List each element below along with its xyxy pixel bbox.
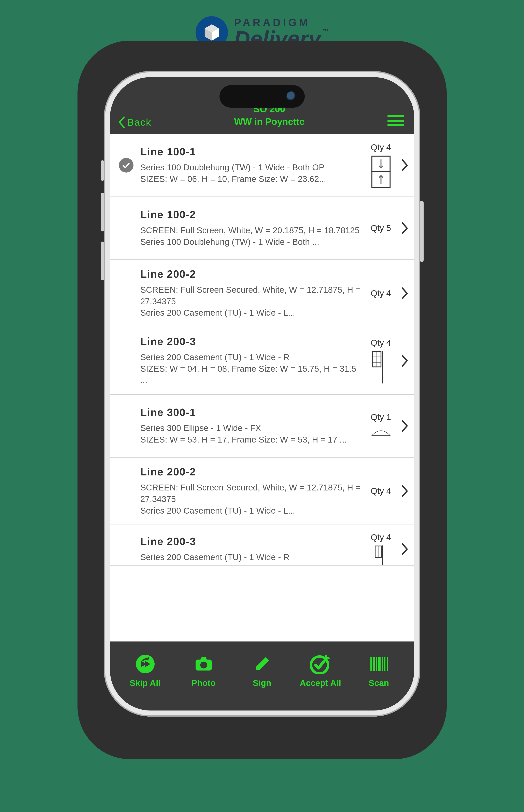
row-right: Qty 1 — [367, 412, 408, 440]
row-info: Line 100-1Series 100 Doublehung (TW) - 1… — [141, 146, 361, 185]
row-desc: Series 200 Casement (TU) - 1 Wide - R — [141, 352, 361, 363]
line-item-row[interactable]: Line 200-3Series 200 Casement (TU) - 1 W… — [110, 327, 414, 395]
row-desc: Series 200 Casement (TU) - 1 Wide - L... — [141, 505, 361, 516]
svg-rect-21 — [384, 657, 386, 671]
row-check-slot — [118, 158, 134, 173]
tab-label: Photo — [192, 678, 216, 688]
row-thumbnail-icon — [371, 425, 391, 440]
row-right: Qty 4 — [367, 287, 408, 299]
phone-screen: Back SO 200 WW in Poynette Line 100-1Ser… — [110, 77, 414, 711]
row-qty-column: Qty 4 — [367, 143, 395, 188]
phone-side-button — [420, 201, 424, 262]
camera-icon — [194, 654, 214, 674]
brand-tm: ™ — [323, 28, 329, 35]
row-qty-column: Qty 4 — [367, 486, 395, 496]
row-desc: Series 100 Doublehung (TW) - 1 Wide - Bo… — [141, 236, 361, 248]
accept-all-button[interactable]: Accept All — [291, 654, 350, 688]
svg-rect-17 — [373, 657, 375, 671]
back-button[interactable]: Back — [118, 116, 151, 128]
photo-button[interactable]: Photo — [175, 654, 233, 688]
row-qty: Qty 1 — [371, 412, 391, 422]
phone-side-button — [101, 160, 104, 181]
row-title: Line 200-2 — [141, 466, 361, 478]
row-title: Line 200-3 — [141, 335, 361, 348]
line-item-row[interactable]: Line 200-3Series 200 Casement (TU) - 1 W… — [110, 525, 414, 566]
row-desc: Series 300 Ellipse - 1 Wide - FX — [141, 423, 361, 434]
scan-button[interactable]: Scan — [350, 654, 408, 688]
row-title: Line 200-3 — [141, 535, 361, 547]
phone-frame: Back SO 200 WW in Poynette Line 100-1Ser… — [104, 71, 420, 717]
row-qty: Qty 4 — [371, 486, 391, 496]
row-title: Line 100-2 — [141, 208, 361, 221]
svg-rect-18 — [376, 657, 377, 671]
svg-rect-20 — [382, 657, 383, 671]
line-item-row[interactable]: Line 200-2SCREEN: Full Screen Secured, W… — [110, 260, 414, 327]
row-qty-column: Qty 4 — [367, 288, 395, 298]
row-desc: Series 200 Casement (TU) - 1 Wide - R — [141, 552, 361, 563]
phone-notch — [219, 85, 305, 108]
chevron-right-icon — [401, 287, 408, 299]
phone-camera-icon — [286, 91, 297, 101]
row-qty: Qty 4 — [371, 532, 391, 542]
chevron-right-icon — [401, 543, 408, 555]
row-qty-column: Qty 4 — [367, 338, 395, 383]
tab-label: Scan — [369, 678, 389, 688]
row-title: Line 200-2 — [141, 268, 361, 280]
row-qty: Qty 4 — [371, 338, 391, 348]
row-thumbnail-icon — [371, 545, 391, 566]
barcode-icon — [369, 654, 389, 674]
chevron-right-icon — [401, 485, 408, 497]
check-circle-icon — [119, 158, 133, 173]
chevron-left-icon — [118, 116, 125, 128]
row-desc: SCREEN: Full Screen, White, W = 20.1875,… — [141, 225, 361, 236]
row-right: Qty 4 — [367, 485, 408, 497]
row-qty-column: Qty 5 — [367, 223, 395, 233]
row-right: Qty 5 — [367, 222, 408, 234]
back-label: Back — [127, 117, 151, 128]
line-item-list: Line 100-1Series 100 Doublehung (TW) - 1… — [110, 134, 414, 641]
tab-label: Sign — [253, 678, 271, 688]
chevron-right-icon — [401, 355, 408, 367]
row-info: Line 100-2SCREEN: Full Screen, White, W … — [141, 208, 361, 248]
row-right: Qty 4 — [367, 338, 408, 383]
row-info: Line 200-3Series 200 Casement (TU) - 1 W… — [141, 335, 361, 386]
row-info: Line 300-1Series 300 Ellipse - 1 Wide - … — [141, 406, 361, 445]
line-item-row[interactable]: Line 100-2SCREEN: Full Screen, White, W … — [110, 197, 414, 260]
row-info: Line 200-2SCREEN: Full Screen Secured, W… — [141, 466, 361, 516]
phone-side-button — [101, 242, 104, 280]
svg-rect-22 — [387, 657, 388, 671]
row-title: Line 300-1 — [141, 406, 361, 418]
row-desc: SIZES: W = 53, H = 17, Frame Size: W = 5… — [141, 434, 361, 446]
svg-rect-16 — [371, 657, 372, 671]
svg-point-14 — [200, 662, 207, 668]
chevron-right-icon — [401, 420, 408, 432]
bottom-tabbar: Skip All Photo Sign Accept All — [110, 641, 414, 711]
skip-all-button[interactable]: Skip All — [116, 654, 175, 688]
row-qty: Qty 4 — [371, 288, 391, 298]
row-qty: Qty 4 — [371, 143, 391, 152]
row-desc: SCREEN: Full Screen Secured, White, W = … — [141, 482, 361, 505]
sign-button[interactable]: Sign — [233, 654, 291, 688]
tab-label: Accept All — [300, 678, 341, 688]
line-item-row[interactable]: Line 200-2SCREEN: Full Screen Secured, W… — [110, 458, 414, 525]
row-desc: SIZES: W = 04, H = 08, Frame Size: W = 1… — [141, 363, 361, 386]
row-info: Line 200-2SCREEN: Full Screen Secured, W… — [141, 268, 361, 319]
hamburger-line-icon — [388, 120, 404, 122]
row-info: Line 200-3Series 200 Casement (TU) - 1 W… — [141, 535, 361, 563]
row-title: Line 100-1 — [141, 146, 361, 158]
hamburger-menu-button[interactable] — [388, 115, 404, 128]
line-item-row[interactable]: Line 100-1Series 100 Doublehung (TW) - 1… — [110, 134, 414, 197]
hamburger-line-icon — [388, 124, 404, 126]
svg-rect-19 — [378, 657, 380, 671]
title-line2: WW in Poynette — [151, 116, 387, 127]
hamburger-line-icon — [388, 115, 404, 117]
row-qty-column: Qty 1 — [367, 412, 395, 440]
row-qty: Qty 5 — [371, 223, 391, 233]
chevron-right-icon — [401, 222, 408, 234]
line-item-row[interactable]: Line 300-1Series 300 Ellipse - 1 Wide - … — [110, 395, 414, 458]
row-desc: SIZES: W = 06, H = 10, Frame Size: W = 2… — [141, 173, 361, 185]
row-desc: Series 100 Doublehung (TW) - 1 Wide - Bo… — [141, 162, 361, 173]
row-right: Qty 4 — [367, 532, 408, 566]
skip-icon — [135, 654, 155, 674]
row-thumbnail-icon — [371, 351, 391, 383]
